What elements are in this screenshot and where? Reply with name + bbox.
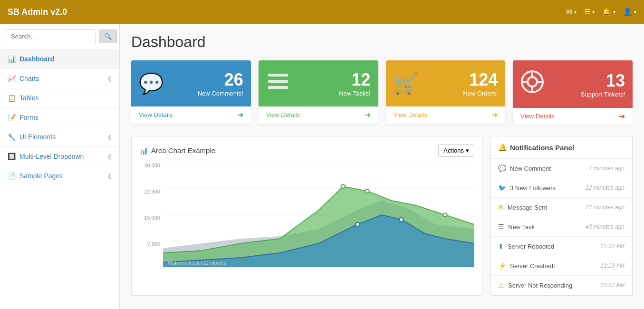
comments-footer[interactable]: View Details ➜ [131, 106, 251, 123]
page-title: Dashboard [131, 33, 633, 51]
stat-card-orders: 🛒 124 New Orders! View Details ➜ [386, 60, 506, 125]
notif-text: New Task [508, 223, 535, 231]
svg-text:Watermark Last 12 months: Watermark Last 12 months [168, 261, 226, 266]
orders-count: 124 [463, 70, 498, 90]
notif-time: 11:13 AM [600, 262, 625, 269]
sidebar-item-label: Forms [19, 114, 38, 121]
chevron-icon: ❮ [107, 154, 112, 160]
notif-time: 27 minutes ago [586, 204, 625, 211]
svg-rect-0 [268, 74, 288, 77]
warning-icon: ⚠ [498, 281, 504, 289]
chevron-icon: ❮ [107, 173, 112, 179]
tasks-label: New Tasks! [339, 90, 370, 97]
caret-down-icon: ▾ [466, 147, 469, 154]
sidebar-item-dashboard[interactable]: 📊 Dashboard [0, 49, 119, 68]
svg-point-14 [341, 184, 345, 188]
tasks-view-details[interactable]: View Details [266, 111, 300, 118]
stat-card-tickets: 13 Support Tickets! View Details ➜ [513, 60, 633, 125]
chart-title: 📊 Area Chart Example [139, 146, 215, 155]
notifications-header: 🔔 Notifications Panel [490, 136, 632, 159]
stat-card-tasks: 12 New Tasks! View Details ➜ [259, 60, 378, 125]
search-button[interactable]: 🔍 [99, 29, 117, 43]
task-icon: ☰ [498, 223, 504, 231]
chart-panel-header: 📊 Area Chart Example Actions ▾ [139, 144, 474, 157]
notif-time: 4 minutes ago [589, 165, 625, 172]
search-input[interactable] [6, 29, 96, 43]
comments-label: New Comments! [198, 90, 243, 97]
orders-footer[interactable]: View Details ➜ [386, 106, 506, 123]
sidebar-item-label: Tables [19, 94, 38, 102]
envelope-icon: ✉ [498, 203, 504, 211]
svg-point-18 [399, 218, 403, 222]
notif-item-followers[interactable]: 🐦 3 New Followers 12 minutes ago [490, 178, 632, 198]
notifications-panel: 🔔 Notifications Panel 💬 New Comment 4 mi… [490, 136, 633, 296]
sidebar-item-forms[interactable]: 📝 Forms [0, 107, 119, 127]
chart-y-labels: 30,000 22,500 15,000 7,500 [139, 163, 163, 267]
notif-time: 11:32 AM [600, 243, 625, 250]
notif-item-task[interactable]: ☰ New Task 43 minutes ago [490, 217, 632, 237]
sidebar-item-label: Multi-Level Dropdown [19, 153, 84, 160]
notif-time: 12 minutes ago [586, 184, 625, 191]
bell-icon: 🔔 [498, 143, 507, 152]
bolt-icon: ⚡ [498, 262, 506, 270]
notif-text: New Comment [510, 165, 551, 172]
nav-list-btn[interactable]: ☰ ▾ [584, 8, 595, 16]
arrow-right-icon: ➜ [491, 110, 498, 119]
notif-text: Server Rebooted [508, 243, 554, 250]
svg-point-4 [528, 77, 537, 87]
orders-icon: 🛒 [394, 72, 418, 95]
notif-item-server-crash[interactable]: ⚡ Server Crashed! 11:13 AM [490, 256, 632, 276]
main-content: Dashboard 💬 26 New Comments! View Detail… [120, 24, 644, 309]
actions-button[interactable]: Actions ▾ [438, 144, 474, 157]
arrow-right-icon: ➜ [365, 110, 371, 119]
sidebar: 🔍 📊 Dashboard 📈 Charts ❮ 📋 Tables 📝 [0, 24, 120, 309]
notif-item-server-noresponse[interactable]: ⚠ Server Not Responding 10:57 AM [490, 276, 632, 295]
sidebar-item-sample-pages[interactable]: 📄 Sample Pages ❮ [0, 166, 119, 185]
chevron-icon: ❮ [107, 76, 112, 82]
comments-icon: 💬 [139, 72, 163, 95]
sidebar-item-label: Charts [19, 75, 39, 82]
ui-elements-icon: 🔧 [8, 133, 16, 141]
svg-point-15 [365, 189, 369, 193]
comments-view-details[interactable]: View Details [139, 111, 173, 118]
tickets-view-details[interactable]: View Details [520, 113, 554, 120]
arrow-right-icon: ➜ [619, 112, 625, 121]
sidebar-item-tables[interactable]: 📋 Tables [0, 88, 119, 107]
nav-envelope-btn[interactable]: ✉ ▾ [566, 8, 577, 16]
tickets-label: Support Tickets! [581, 91, 625, 98]
twitter-icon: 🐦 [498, 184, 506, 192]
upload-icon: ⬆ [498, 242, 504, 250]
notif-text: Server Crashed! [510, 262, 555, 270]
sidebar-item-label: Dashboard [19, 55, 54, 63]
nav-user-btn[interactable]: 👤 ▾ [623, 8, 636, 16]
sidebar-item-charts[interactable]: 📈 Charts ❮ [0, 68, 119, 88]
stat-cards-row: 💬 26 New Comments! View Details ➜ [131, 60, 633, 125]
notif-item-message[interactable]: ✉ Message Sent 27 minutes ago [490, 198, 632, 217]
svg-rect-1 [268, 80, 288, 83]
nav-bell-btn[interactable]: 🔔 ▾ [602, 8, 615, 16]
dashboard-icon: 📊 [8, 55, 16, 63]
orders-view-details[interactable]: View Details [394, 111, 427, 118]
main-layout: 🔍 📊 Dashboard 📈 Charts ❮ 📋 Tables 📝 [0, 24, 644, 309]
notif-text: Message Sent [508, 204, 547, 211]
sidebar-item-ui-elements[interactable]: 🔧 UI Elements ❮ [0, 127, 119, 146]
top-nav-icons: ✉ ▾ ☰ ▾ 🔔 ▾ 👤 ▾ [566, 8, 636, 16]
notif-item-server-reboot[interactable]: ⬆ Server Rebooted 11:32 AM [490, 237, 632, 256]
tickets-count: 13 [581, 71, 625, 91]
tickets-footer[interactable]: View Details ➜ [513, 108, 633, 125]
svg-point-16 [443, 213, 447, 217]
notif-text: Server Not Responding [508, 282, 572, 289]
tables-icon: 📋 [8, 94, 16, 102]
chart-svg: Watermark Last 12 months [163, 163, 474, 267]
bottom-section: 📊 Area Chart Example Actions ▾ 30,000 22… [131, 136, 633, 296]
sidebar-item-label: Sample Pages [19, 172, 63, 180]
chevron-icon: ❮ [107, 134, 112, 140]
sidebar-item-multilevel[interactable]: 🔲 Multi-Level Dropdown ❮ [0, 146, 119, 166]
sidebar-item-label: UI Elements [19, 133, 56, 141]
chart-area: 30,000 22,500 15,000 7,500 [139, 163, 474, 267]
notif-time: 10:57 AM [600, 282, 625, 289]
tasks-footer[interactable]: View Details ➜ [259, 106, 378, 123]
top-navbar: SB Admin v2.0 ✉ ▾ ☰ ▾ 🔔 ▾ 👤 ▾ [0, 0, 644, 24]
notif-item-comment[interactable]: 💬 New Comment 4 minutes ago [490, 159, 632, 178]
tickets-icon [520, 70, 544, 98]
